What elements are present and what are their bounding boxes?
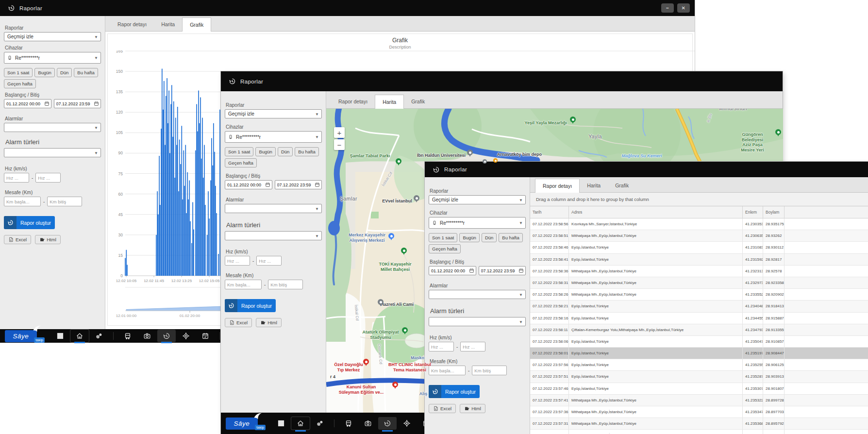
distance-max-input[interactable] [268, 280, 303, 289]
table-row[interactable]: 07.12.2022 23:58:21Eyüp,İstanbul,Türkiye… [530, 300, 868, 312]
minimize-button[interactable]: – [661, 3, 674, 13]
end-date-field[interactable] [479, 266, 526, 275]
column-header-boylam[interactable]: Boylam [763, 206, 785, 218]
close-button[interactable]: ✕ [677, 3, 690, 13]
range-today-button[interactable]: Bugün [459, 233, 479, 242]
report-type-select[interactable]: Geçmişi izle ▼ [225, 109, 322, 118]
table-row[interactable]: 07.12.2022 23:57:41Mithatpaşa Mh.,Eyüp,İ… [530, 395, 868, 406]
range-today-button[interactable]: Bugün [255, 147, 275, 156]
excel-export-button[interactable]: Excel [4, 235, 31, 244]
tab-rapor-detayi[interactable]: Rapor detayı [110, 17, 154, 31]
tab-grafik[interactable]: Grafik [182, 17, 211, 32]
table-row[interactable]: 07.12.2022 23:57:31Mithatpaşa Mh.,Eyüp,İ… [530, 418, 868, 430]
saye-takip-logo[interactable]: Sâye takip [226, 417, 258, 430]
start-date-input[interactable] [227, 183, 265, 187]
range-yesterday-button[interactable]: Dün [57, 68, 72, 77]
end-date-field[interactable] [275, 180, 322, 189]
range-this-week-button[interactable]: Bu hafta [499, 233, 522, 242]
tab-rapor-detayi[interactable]: Rapor detayı [535, 179, 580, 193]
table-row[interactable]: 07.12.2022 23:57:46Eyüp,İstanbul,Türkiye… [530, 383, 868, 395]
alarm-types-select[interactable]: ▼ [4, 148, 101, 157]
table-row[interactable]: 07.12.2022 23:58:56Kısırkaya Mh.,Sarıyer… [530, 218, 868, 230]
start-date-field[interactable] [429, 266, 476, 275]
tab-rapor-detayi[interactable]: Rapor detayı [331, 95, 375, 108]
calendar-icon[interactable] [196, 330, 215, 342]
speed-max-input[interactable] [460, 342, 485, 351]
range-this-week-button[interactable]: Bu hafta [74, 68, 98, 77]
saye-takip-logo[interactable]: Sâye takip [5, 330, 37, 342]
table-row[interactable]: 07.12.2022 23:58:41Eyüp,İstanbul,Türkiye… [530, 254, 868, 266]
create-report-button[interactable]: Rapor oluştur [4, 216, 55, 229]
start-date-input[interactable] [6, 101, 44, 106]
map-pin-green[interactable] [402, 327, 408, 333]
alarms-select[interactable]: ▼ [225, 204, 322, 213]
html-export-button[interactable]: Html [35, 235, 61, 244]
start-date-field[interactable] [225, 180, 272, 189]
end-date-input[interactable] [481, 268, 519, 273]
bus-icon[interactable] [118, 330, 137, 342]
map-pin-green[interactable] [570, 117, 576, 122]
table-row[interactable]: 07.12.2022 23:57:51Eyüp,İstanbul,Türkiye… [530, 371, 868, 383]
end-date-input[interactable] [277, 183, 315, 187]
calendar-icon[interactable] [315, 182, 320, 187]
map-pin-red[interactable] [392, 382, 398, 387]
map-pin-green[interactable] [396, 158, 401, 164]
map-pin-gray[interactable] [467, 150, 473, 155]
device-select[interactable]: Re*********r ▼ [225, 131, 322, 143]
table-row[interactable]: 07.12.2022 23:58:06Eyüp,İstanbul,Türkiye… [530, 336, 868, 348]
bus-icon[interactable] [339, 417, 358, 430]
history-icon[interactable] [157, 330, 176, 342]
distance-min-input[interactable] [225, 280, 262, 289]
calendar-icon[interactable] [265, 182, 270, 187]
tab-grafik[interactable]: Grafik [404, 95, 432, 108]
table-row[interactable]: 07.12.2022 23:57:36Mithatpaşa Mh.,Eyüp,İ… [530, 406, 868, 418]
tab-harita[interactable]: Harita [580, 179, 608, 192]
report-type-select[interactable]: Geçmişi izle ▼ [429, 195, 526, 204]
table-row[interactable]: 07.12.2022 23:58:16Eyüp,İstanbul,Türkiye… [530, 313, 868, 324]
device-select[interactable]: Re*********r ▼ [429, 217, 526, 229]
windows-grid-icon[interactable] [51, 330, 69, 342]
table-row[interactable]: 07.12.2022 23:57:56Eyüp,İstanbul,Türkiye… [530, 359, 868, 371]
calendar-icon[interactable] [518, 268, 524, 273]
map-pin-orange[interactable] [493, 158, 498, 163]
speed-max-input[interactable] [256, 256, 282, 266]
create-report-button[interactable]: Rapor oluştur [429, 385, 480, 398]
end-date-input[interactable] [56, 101, 94, 106]
calendar-icon[interactable] [44, 101, 50, 106]
chart-navigator[interactable] [126, 306, 224, 311]
home-icon[interactable] [70, 330, 89, 342]
map-pin-green[interactable] [775, 129, 781, 135]
distance-max-input[interactable] [47, 197, 82, 206]
calendar-icon[interactable] [94, 101, 99, 106]
range-last-hour-button[interactable]: Son 1 saat [225, 147, 253, 156]
table-row[interactable]: 07.12.2022 23:58:01Eyüp,İstanbul,Türkiye… [530, 348, 868, 359]
table-row[interactable]: 07.12.2022 23:57:26Mithatpaşa Mh.,Eyüp,İ… [530, 430, 868, 434]
tab-harita[interactable]: Harita [154, 17, 182, 31]
range-last-week-button[interactable]: Geçen hafta [429, 244, 461, 253]
tab-harita[interactable]: Harita [375, 95, 404, 109]
alarms-select[interactable]: ▼ [4, 123, 101, 132]
table-row[interactable]: 07.12.2022 23:58:46Eyüp,İstanbul,Türkiye… [530, 242, 868, 253]
range-last-week-button[interactable]: Geçen hafta [4, 79, 36, 88]
html-export-button[interactable]: Html [460, 404, 485, 413]
tab-grafik[interactable]: Grafik [608, 179, 636, 192]
speed-max-input[interactable] [35, 173, 61, 183]
map-pin-gray[interactable] [483, 159, 487, 164]
excel-export-button[interactable]: Excel [225, 318, 252, 327]
start-date-input[interactable] [431, 268, 469, 273]
windows-grid-icon[interactable] [272, 417, 290, 430]
camera-icon[interactable] [138, 330, 156, 342]
excel-export-button[interactable]: Excel [429, 404, 456, 413]
map-pin-gray[interactable] [378, 299, 384, 305]
map-pin-gray[interactable] [414, 195, 419, 201]
html-export-button[interactable]: Html [256, 318, 282, 327]
range-last-week-button[interactable]: Geçen hafta [225, 158, 257, 167]
range-yesterday-button[interactable]: Dün [278, 147, 293, 156]
locate-icon[interactable] [177, 330, 195, 342]
distance-min-input[interactable] [429, 366, 466, 375]
column-header-adres[interactable]: Adres [569, 206, 743, 218]
table-row[interactable]: 07.12.2022 23:58:26Mithatpaşa Mh.,Eyüp,İ… [530, 289, 868, 300]
range-last-hour-button[interactable]: Son 1 saat [4, 68, 33, 77]
distance-max-input[interactable] [472, 366, 507, 375]
gears-icon[interactable] [90, 330, 108, 342]
